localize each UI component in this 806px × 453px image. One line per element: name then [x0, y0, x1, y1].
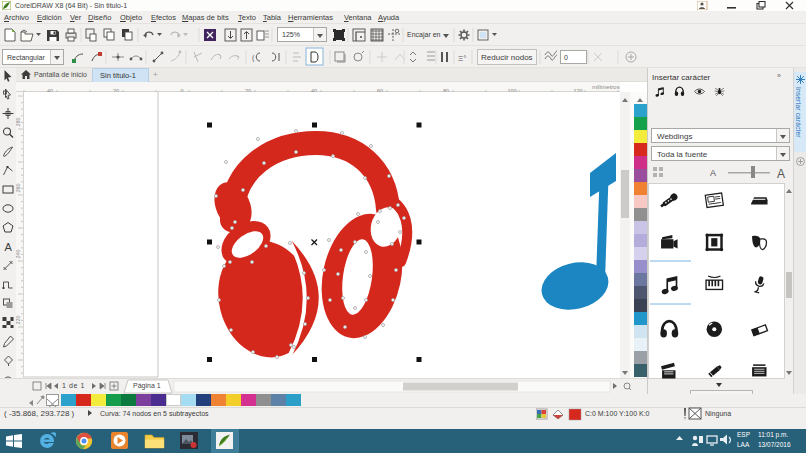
svg-text:Ξ°: Ξ° [458, 54, 466, 63]
svg-text:A: A [5, 241, 13, 253]
svg-text:220: 220 [16, 315, 21, 324]
svg-text:280: 280 [16, 117, 21, 126]
svg-text:A: A [777, 167, 785, 181]
svg-text:A: A [710, 168, 716, 178]
svg-text:240: 240 [16, 249, 21, 258]
svg-text:260: 260 [16, 183, 21, 192]
svg-text:(: ( [252, 54, 255, 62]
